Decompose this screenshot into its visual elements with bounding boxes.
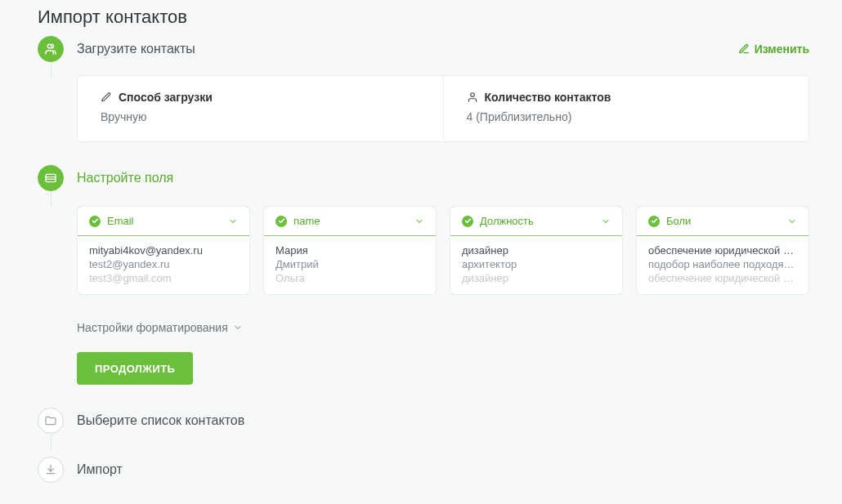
field-preview: mityabi4kov@yandex.ru test2@yandex.ru te… — [78, 236, 249, 294]
summary-upload-method: Способ загрузки Вручную — [78, 76, 443, 141]
step-configure-title: Настройте поля — [77, 171, 173, 185]
check-icon — [648, 216, 660, 227]
summary-label: Способ загрузки — [119, 91, 213, 104]
edit-step-upload[interactable]: Изменить — [738, 42, 809, 56]
step-select-list-title: Выберите список контактов — [77, 413, 244, 428]
formatting-label: Настройки форматирования — [77, 321, 228, 334]
field-column: Email mityabi4kov@yandex.ru test2@yandex… — [77, 206, 250, 295]
sample-row: test2@yandex.ru — [89, 258, 238, 270]
step-upload-title: Загрузите контакты — [77, 42, 195, 56]
chevron-down-icon — [233, 323, 243, 332]
pencil-icon — [738, 43, 750, 55]
check-icon — [89, 216, 101, 227]
field-column: Должность дизайнер архитектор дизайнер — [450, 206, 623, 295]
svg-point-1 — [470, 93, 474, 97]
field-preview: обеспечение юридической бе… подобор наиб… — [637, 236, 808, 294]
folder-icon — [44, 414, 57, 427]
sample-row: архитектор — [462, 258, 611, 270]
table-icon — [44, 172, 57, 185]
users-icon — [44, 42, 57, 56]
chevron-down-icon — [228, 216, 238, 226]
sample-row: обеспечение юридической бе… — [648, 272, 797, 284]
summary-value: 4 (Приблизительно) — [467, 110, 786, 123]
step-configure-indicator — [38, 165, 64, 191]
field-column: Боли обеспечение юридической бе… подобор… — [636, 206, 809, 295]
summary-label: Количество контактов — [485, 91, 611, 104]
step-upload-indicator — [38, 36, 64, 62]
step-upload: Загрузите контакты Изменить Способ загру… — [33, 36, 809, 165]
sample-row: дизайнер — [462, 272, 611, 284]
step-import-indicator — [38, 457, 64, 483]
field-name: Боли — [666, 215, 691, 227]
summary-value: Вручную — [101, 110, 420, 123]
field-preview: дизайнер архитектор дизайнер — [450, 236, 622, 294]
field-name: Должность — [480, 215, 534, 227]
sample-row: test3@gmail.com — [89, 272, 238, 284]
step-configure: Настройте поля Email — [33, 165, 809, 408]
edit-label: Изменить — [755, 42, 809, 56]
sample-row: обеспечение юридической бе… — [648, 244, 797, 256]
continue-button[interactable]: ПРОДОЛЖИТЬ — [77, 352, 193, 385]
page-title: Импорт контактов — [38, 7, 809, 28]
sample-row: Дмитрий — [275, 258, 424, 270]
sample-row: Ольга — [275, 272, 424, 284]
check-icon — [275, 216, 287, 227]
step-select-list: Выберите список контактов — [33, 408, 809, 457]
sample-row: дизайнер — [462, 244, 611, 256]
svg-point-0 — [47, 44, 52, 48]
step-select-list-indicator — [38, 408, 64, 434]
step-import: Импорт — [33, 457, 809, 483]
field-select[interactable]: Email — [77, 206, 250, 236]
step-import-title: Импорт — [77, 462, 123, 477]
chevron-down-icon — [787, 216, 797, 226]
field-name: name — [293, 215, 320, 227]
sample-row: Мария — [275, 244, 424, 256]
field-select[interactable]: Должность — [450, 206, 623, 236]
summary-contact-count: Количество контактов 4 (Приблизительно) — [443, 76, 809, 141]
upload-summary-card: Способ загрузки Вручную Количество конта… — [77, 75, 809, 142]
chevron-down-icon — [414, 216, 424, 226]
field-column: name Мария Дмитрий Ольга — [263, 206, 437, 295]
field-mapping-row: Email mityabi4kov@yandex.ru test2@yandex… — [77, 206, 809, 295]
field-preview: Мария Дмитрий Ольга — [264, 236, 436, 294]
svg-rect-2 — [46, 174, 56, 181]
sample-row: подобор наиболее подходящ… — [648, 258, 797, 270]
formatting-settings-toggle[interactable]: Настройки форматирования — [77, 321, 243, 334]
download-icon — [44, 463, 57, 476]
pencil-icon — [101, 91, 112, 103]
field-select[interactable]: name — [263, 206, 437, 236]
chevron-down-icon — [601, 216, 611, 226]
field-select[interactable]: Боли — [636, 206, 809, 236]
user-icon — [467, 91, 478, 103]
field-name: Email — [107, 215, 134, 227]
check-icon — [462, 216, 473, 227]
sample-row: mityabi4kov@yandex.ru — [89, 244, 238, 256]
